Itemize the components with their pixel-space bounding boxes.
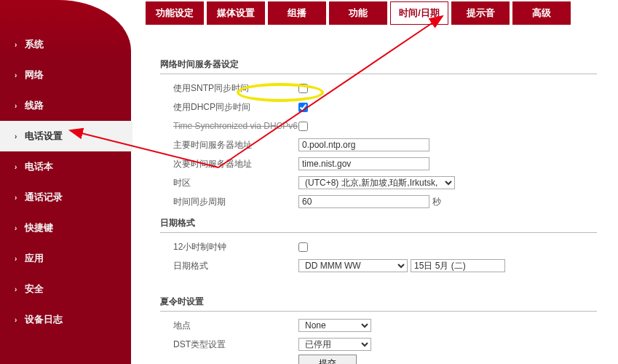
timezone-label: 时区 — [160, 177, 298, 189]
dhcp-sync-label: 使用DHCP同步时间 — [160, 101, 298, 114]
chevron-right-icon: › — [15, 41, 19, 45]
chevron-right-icon: › — [15, 132, 19, 137]
dst-location-label: 地点 — [160, 320, 298, 332]
primary-server-label: 主要时间服务器地址 — [160, 139, 298, 151]
sidebar-item-security[interactable]: ›安全 — [0, 274, 131, 304]
date-format-select[interactable]: DD MMM WW — [298, 259, 408, 272]
dhcpv6-sync-label: Time Synchronized via DHCPv6 — [160, 121, 298, 131]
tab-advanced[interactable]: 高级 — [512, 1, 571, 25]
topbar: 功能设定 媒体设置 组播 功能 时间/日期 提示音 高级 — [146, 1, 618, 28]
sidebar-item-call-log[interactable]: ›通话记录 — [0, 182, 131, 213]
sidebar-item-line[interactable]: ›线路 — [0, 90, 131, 121]
tab-time-date[interactable]: 时间/日期 — [390, 1, 448, 25]
sidebar-item-network[interactable]: ›网络 — [0, 60, 131, 90]
sntp-sync-label: 使用SNTP同步时间 — [160, 82, 298, 95]
date-format-example — [411, 259, 505, 272]
sidebar-item-phone-settings[interactable]: ›电话设置 — [0, 121, 132, 151]
sync-period-label: 时间同步周期 — [160, 196, 298, 208]
dst-type-label: DST类型设置 — [160, 339, 298, 351]
sync-period-input[interactable] — [298, 195, 429, 208]
chevron-right-icon: › — [15, 163, 19, 167]
sidebar: ›系统 ›网络 ›线路 ›电话设置 ›电话本 ›通话记录 ›快捷键 ›应用 ›安… — [0, 0, 131, 364]
sidebar-item-device-log[interactable]: ›设备日志 — [0, 304, 131, 335]
date-format-label: 日期格式 — [160, 260, 298, 272]
chevron-right-icon: › — [15, 255, 19, 259]
dst-location-select[interactable]: None — [298, 319, 371, 332]
timezone-select[interactable]: (UTC+8) 北京,新加坡,珀斯,Irkutsk, Ular — [298, 176, 455, 189]
section-datefmt-title: 日期格式 — [160, 217, 597, 233]
dst-submit-button[interactable]: 提交 — [298, 355, 357, 364]
tab-multicast[interactable]: 组播 — [268, 1, 326, 25]
chevron-right-icon: › — [15, 71, 19, 76]
sidebar-item-apps[interactable]: ›应用 — [0, 243, 131, 274]
chevron-right-icon: › — [15, 316, 19, 320]
tab-feature-set[interactable]: 功能设定 — [146, 1, 204, 25]
dst-type-select[interactable]: 已停用 — [298, 338, 371, 351]
h12-label: 12小时制时钟 — [160, 241, 298, 253]
h12-checkbox[interactable] — [298, 242, 308, 252]
content: 网络时间服务器设定 使用SNTP同步时间 使用DHCP同步时间 Time Syn… — [146, 36, 611, 364]
sidebar-item-phonebook[interactable]: ›电话本 — [0, 151, 131, 182]
chevron-right-icon: › — [15, 224, 19, 229]
tab-media[interactable]: 媒体设置 — [207, 1, 265, 25]
secondary-server-label: 次要时间服务器地址 — [160, 158, 298, 170]
sidebar-item-system[interactable]: ›系统 — [0, 29, 131, 60]
sidebar-item-shortcut[interactable]: ›快捷键 — [0, 213, 131, 243]
tab-features[interactable]: 功能 — [329, 1, 387, 25]
secondary-server-input[interactable] — [298, 157, 429, 170]
chevron-right-icon: › — [15, 194, 19, 198]
section-ntp-title: 网络时间服务器设定 — [160, 58, 597, 74]
dhcp-sync-checkbox[interactable] — [298, 103, 308, 112]
section-dst-title: 夏令时设置 — [160, 296, 597, 312]
dhcpv6-sync-checkbox[interactable] — [298, 122, 308, 131]
tab-tone[interactable]: 提示音 — [451, 1, 510, 25]
chevron-right-icon: › — [15, 102, 19, 106]
primary-server-input[interactable] — [298, 138, 429, 151]
chevron-right-icon: › — [15, 285, 19, 290]
sync-period-unit: 秒 — [432, 196, 441, 208]
sntp-sync-checkbox[interactable] — [298, 84, 308, 93]
